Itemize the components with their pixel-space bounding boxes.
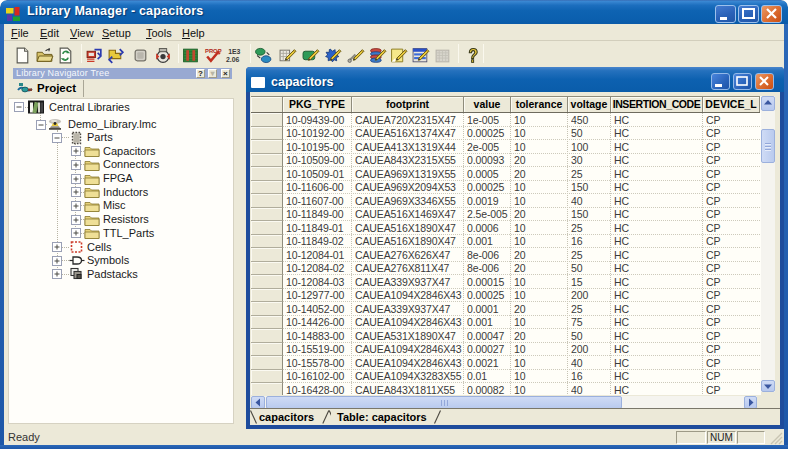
svg-text:1E3: 1E3 <box>228 48 240 55</box>
svg-text:2.06: 2.06 <box>226 56 240 63</box>
